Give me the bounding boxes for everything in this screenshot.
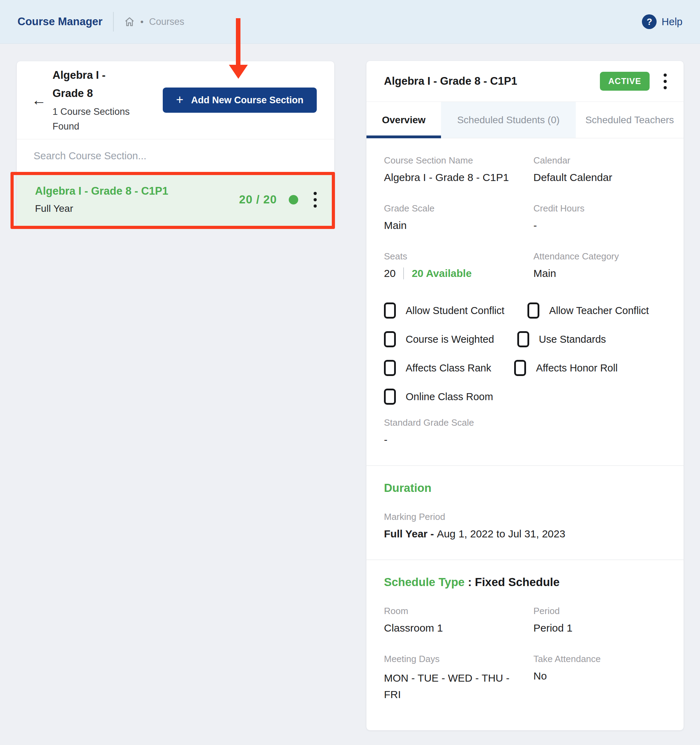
topbar-divider bbox=[113, 12, 114, 31]
checkbox-icon[interactable] bbox=[517, 331, 529, 347]
annotation-arrow-stem bbox=[236, 18, 241, 66]
field-credit-hours: Credit Hours - bbox=[533, 203, 666, 232]
course-title: Algebra I - Grade 8 bbox=[52, 66, 131, 103]
back-arrow-icon[interactable]: ← bbox=[31, 93, 52, 108]
section-divider bbox=[366, 465, 684, 466]
seats-total: 20 bbox=[384, 268, 395, 280]
schedule-fields-grid: Room Classroom 1 Period Period 1 Meeting… bbox=[384, 606, 666, 722]
section-item-term: Full Year bbox=[35, 203, 239, 214]
add-button-label: Add New Course Section bbox=[191, 95, 304, 106]
status-dot bbox=[289, 195, 298, 205]
tab-scheduled-teachers[interactable]: Scheduled Teachers bbox=[576, 102, 684, 138]
section-divider bbox=[366, 559, 684, 560]
help-icon[interactable]: ? bbox=[642, 14, 657, 29]
field-period: Period Period 1 bbox=[533, 606, 666, 634]
schedule-type-label: Schedule Type bbox=[384, 576, 464, 588]
checkbox-use-standards[interactable]: Use Standards bbox=[517, 331, 606, 347]
course-sections-count: 1 Course Sections Found bbox=[52, 105, 131, 134]
duration-heading: Duration bbox=[384, 482, 666, 495]
overview-fields-grid: Course Section Name Algebra I - Grade 8 … bbox=[384, 155, 666, 299]
checkbox-icon[interactable] bbox=[528, 302, 539, 319]
checkbox-online-class-room[interactable]: Online Class Room bbox=[384, 389, 493, 405]
field-room: Room Classroom 1 bbox=[384, 606, 533, 634]
checkbox-icon[interactable] bbox=[514, 360, 526, 376]
course-sections-header: ← Algebra I - Grade 8 1 Course Sections … bbox=[17, 61, 334, 139]
overview-tab-body: Course Section Name Algebra I - Grade 8 … bbox=[366, 138, 684, 730]
course-section-list-item[interactable]: Algebra I - Grade 8 - C1P1 Full Year 20 … bbox=[17, 173, 334, 226]
help-label: Help bbox=[661, 16, 682, 28]
annotation-arrow-icon bbox=[229, 65, 248, 79]
course-title-block: Algebra I - Grade 8 1 Course Sections Fo… bbox=[52, 66, 131, 134]
course-section-detail-panel: Algebra I - Grade 8 - C1P1 ACTIVE Overvi… bbox=[366, 61, 684, 730]
section-item-seat-count: 20 / 20 bbox=[239, 193, 277, 206]
schedule-type-heading: Schedule Type : Fixed Schedule bbox=[384, 576, 666, 589]
search-row bbox=[17, 139, 334, 173]
breadcrumb-current: Courses bbox=[149, 16, 184, 27]
tab-scheduled-students[interactable]: Scheduled Students (0) bbox=[441, 102, 576, 138]
seats-separator bbox=[403, 268, 404, 280]
schedule-type-value: : Fixed Schedule bbox=[468, 576, 559, 588]
top-bar: Course Manager • Courses ? Help bbox=[0, 0, 700, 44]
field-take-attendance: Take Attendance No bbox=[533, 654, 666, 703]
search-course-section-input[interactable] bbox=[34, 150, 317, 162]
field-calendar: Calendar Default Calendar bbox=[533, 155, 666, 184]
course-sections-panel: ← Algebra I - Grade 8 1 Course Sections … bbox=[17, 61, 334, 226]
breadcrumb-separator: • bbox=[141, 16, 144, 27]
field-seats: Seats 20 20 Available bbox=[384, 251, 533, 280]
home-icon[interactable] bbox=[124, 16, 135, 27]
kebab-menu-icon[interactable] bbox=[310, 190, 320, 210]
field-attendance-category: Attendance Category Main bbox=[533, 251, 666, 280]
marking-period-dates: Aug 1, 2022 to Jul 31, 2023 bbox=[437, 528, 565, 540]
section-item-text: Algebra I - Grade 8 - C1P1 Full Year bbox=[35, 185, 239, 214]
checkbox-course-is-weighted[interactable]: Course is Weighted bbox=[384, 331, 494, 347]
field-meeting-days: Meeting Days MON - TUE - WED - THU - FRI bbox=[384, 654, 533, 703]
checkbox-icon[interactable] bbox=[384, 302, 396, 319]
status-badge: ACTIVE bbox=[600, 72, 650, 91]
app-title: Course Manager bbox=[18, 15, 103, 28]
detail-header: Algebra I - Grade 8 - C1P1 ACTIVE bbox=[366, 61, 684, 102]
checkbox-icon[interactable] bbox=[384, 331, 396, 347]
detail-kebab-menu-icon[interactable] bbox=[660, 72, 670, 91]
help-button[interactable]: ? Help bbox=[642, 14, 682, 29]
checkbox-icon[interactable] bbox=[384, 389, 396, 405]
field-course-section-name: Course Section Name Algebra I - Grade 8 … bbox=[384, 155, 533, 184]
field-standard-grade-scale: Standard Grade Scale - bbox=[384, 417, 666, 446]
detail-title: Algebra I - Grade 8 - C1P1 bbox=[384, 75, 600, 88]
section-item-right: 20 / 20 bbox=[239, 190, 320, 210]
tab-overview[interactable]: Overview bbox=[366, 102, 441, 138]
seats-available: 20 Available bbox=[411, 268, 471, 280]
checkbox-allow-student-conflict[interactable]: Allow Student Conflict bbox=[384, 302, 504, 319]
field-marking-period: Marking Period Full Year - Aug 1, 2022 t… bbox=[384, 512, 666, 540]
add-new-course-section-button[interactable]: + Add New Course Section bbox=[163, 88, 317, 113]
field-grade-scale: Grade Scale Main bbox=[384, 203, 533, 232]
plus-icon: + bbox=[176, 93, 183, 106]
detail-tabs: Overview Scheduled Students (0) Schedule… bbox=[366, 102, 684, 138]
marking-period-term: Full Year - bbox=[384, 528, 437, 540]
checkbox-icon[interactable] bbox=[384, 360, 396, 376]
checkbox-affects-honor-roll[interactable]: Affects Honor Roll bbox=[514, 360, 618, 376]
overview-checkbox-group: Allow Student Conflict Allow Teacher Con… bbox=[384, 302, 666, 405]
section-item-name: Algebra I - Grade 8 - C1P1 bbox=[35, 185, 239, 197]
checkbox-allow-teacher-conflict[interactable]: Allow Teacher Conflict bbox=[528, 302, 649, 319]
checkbox-affects-class-rank[interactable]: Affects Class Rank bbox=[384, 360, 491, 376]
